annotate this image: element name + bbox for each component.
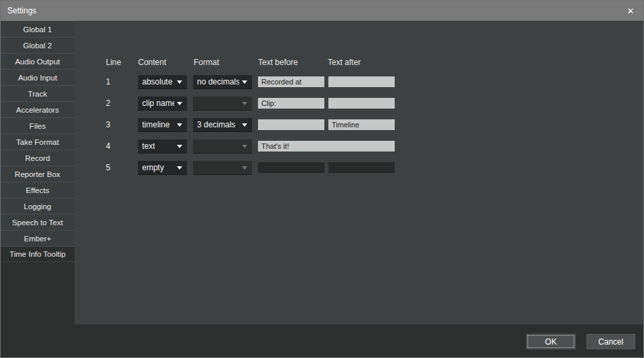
content-dropdown-value: absolute [142,77,172,86]
format-dropdown-row1[interactable]: no decimals [193,75,252,89]
text-before-input-row1[interactable] [258,76,324,87]
text-after-input-row3[interactable] [328,119,395,130]
format-dropdown-row4 [193,139,252,154]
chevron-down-icon [242,80,247,84]
table-row: 2 clip name [74,97,643,111]
time-info-tooltip-panel: Line Content Format Text before Text aft… [74,21,643,324]
sidebar-item-track[interactable]: Track [1,85,74,101]
content-dropdown-value: clip name [142,99,174,108]
cancel-button[interactable]: Cancel [586,334,635,349]
table-row: 5 empty [74,161,643,175]
text-after-input-row5 [328,162,395,173]
column-header-text-before: Text before [258,58,298,67]
chevron-down-icon [242,145,247,148]
content-dropdown-row3[interactable]: timeline [138,118,187,132]
sidebar-item-accelerators[interactable]: Accelerators [1,101,74,117]
sidebar-item-time-info-tooltip[interactable]: Time Info Tooltip [1,246,74,262]
sidebar-item-record[interactable]: Record [1,150,74,166]
sidebar-item-reporter-box[interactable]: Reporter Box [1,166,74,182]
content-dropdown-row4[interactable]: text [138,139,187,154]
title-bar[interactable]: Settings [1,1,643,21]
settings-category-list: Global 1 Global 2 Audio Output Audio Inp… [1,21,74,262]
chevron-down-icon [177,166,182,170]
settings-dialog: Settings ✕ Global 1 Global 2 Audio Outpu… [0,0,644,358]
text-before-input-row2[interactable] [258,98,324,109]
column-header-text-after: Text after [328,58,361,67]
line-number: 3 [106,118,111,132]
line-number: 1 [106,75,111,89]
text-before-input-row3[interactable] [258,119,324,130]
sidebar-item-logging[interactable]: Logging [1,198,74,214]
table-row: 1 absolute no decimals [74,75,643,89]
close-icon[interactable]: ✕ [618,1,643,21]
sidebar-item-global-2[interactable]: Global 2 [1,37,74,53]
chevron-down-icon [177,80,182,84]
column-header-content: Content [138,58,166,67]
text-after-input-row2[interactable] [328,98,395,109]
chevron-down-icon [242,123,247,127]
format-dropdown-row5 [193,161,252,175]
line-number: 5 [106,161,111,175]
table-row: 4 text [74,139,643,154]
content-dropdown-value: empty [142,163,164,172]
content-dropdown-value: timeline [142,120,170,129]
chevron-down-icon [242,102,247,105]
chevron-down-icon [177,123,182,127]
content-dropdown-row2[interactable]: clip name [138,97,187,111]
sidebar-item-global-1[interactable]: Global 1 [1,21,74,37]
sidebar-item-effects[interactable]: Effects [1,182,74,198]
text-input-row4[interactable] [258,141,395,152]
format-dropdown-row3[interactable]: 3 decimals [193,118,252,132]
sidebar-item-ember-plus[interactable]: Ember+ [1,230,74,246]
format-dropdown-row2 [193,97,252,111]
chevron-down-icon [242,166,247,170]
content-dropdown-row5[interactable]: empty [138,161,187,175]
sidebar-item-speech-to-text[interactable]: Speech to Text [1,214,74,230]
window-title: Settings [7,6,36,15]
chevron-down-icon [177,145,182,148]
text-before-input-row5 [258,162,324,173]
sidebar-item-take-format[interactable]: Take Format [1,133,74,150]
format-dropdown-value: no decimals [197,77,239,86]
content-dropdown-row1[interactable]: absolute [138,75,187,89]
sidebar-item-files[interactable]: Files [1,117,74,133]
column-header-line: Line [106,58,121,67]
text-after-input-row1[interactable] [328,76,395,87]
line-number: 2 [106,97,111,111]
ok-button[interactable]: OK [526,334,576,349]
content-dropdown-value: text [142,141,155,151]
line-number: 4 [106,139,111,154]
table-row: 3 timeline 3 decimals [74,118,643,132]
column-header-format: Format [194,58,219,67]
sidebar-item-audio-input[interactable]: Audio Input [1,69,74,85]
format-dropdown-value: 3 decimals [197,120,235,129]
sidebar-item-audio-output[interactable]: Audio Output [1,53,74,69]
chevron-down-icon [177,102,182,105]
